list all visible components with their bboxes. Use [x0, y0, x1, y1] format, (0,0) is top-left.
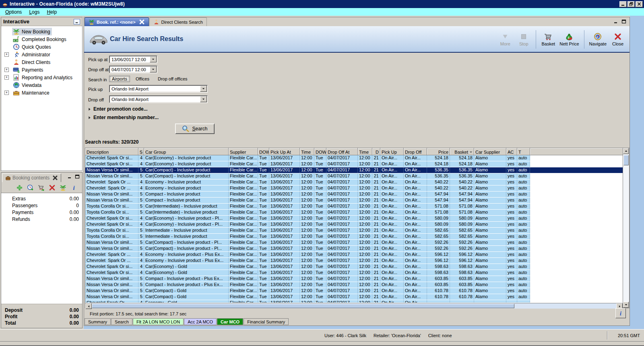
close-window-button[interactable]	[636, 1, 643, 7]
column-header-car-group[interactable]: Car Group	[144, 148, 229, 155]
column-header-d[interactable]: D	[372, 148, 380, 155]
expand-plus-icon[interactable]: +	[4, 68, 9, 72]
column-header-pick-up-at[interactable]: Pick Up At	[269, 148, 300, 155]
nett-price-button[interactable]: $Nett Price	[557, 29, 581, 50]
tab-financial-summary[interactable]: Financial Summary	[244, 318, 289, 325]
table-row[interactable]: Chevrolet Spark Or si...4Car(Economy) - …	[85, 270, 623, 276]
table-row[interactable]: Chevrolet Spark Or si...4Car(Economy) - …	[85, 264, 623, 270]
table-row[interactable]: Toyota Corolla Or si...5Intermediate - I…	[85, 228, 623, 234]
dropoff-dropdown-button[interactable]	[200, 96, 207, 102]
column-header-time[interactable]: Time	[358, 148, 372, 155]
table-row[interactable]: Chevrolet Spark Or ...4Economy - Inclusi…	[85, 252, 623, 258]
column-header-dow[interactable]: DOW	[314, 148, 326, 155]
search-in-airports[interactable]: Airports	[109, 76, 130, 82]
booking-row-refunds[interactable]: Refunds0.00	[1, 216, 82, 222]
main-panel-minimize-icon[interactable]	[613, 19, 618, 24]
tab-flt-2a-lon-mco-lon[interactable]: Flt 2A LON MCO LON	[133, 318, 184, 325]
column-header-car-supplier[interactable]: Car Supplier	[474, 148, 506, 155]
column-header-dow[interactable]: DOW	[258, 148, 269, 155]
table-row[interactable]: Nissan Versa Or simil...5Compact - Inclu…	[85, 192, 623, 198]
sidebar-item-quick-quotes[interactable]: Quick Quotes	[1, 43, 82, 51]
column-header-price[interactable]: Price	[427, 148, 450, 155]
tab-car-mco[interactable]: Car MCO	[217, 318, 243, 325]
table-row[interactable]: Nissan Versa Or simil...5Compact - Inclu…	[85, 198, 623, 204]
table-row[interactable]: Chevrolet Spark Or ...4Economy - Inclusi…	[85, 185, 623, 192]
expand-plus-icon[interactable]: +	[4, 91, 9, 95]
restore-button[interactable]	[627, 1, 635, 7]
promotion-code-expander[interactable]: Enter promotion code...	[88, 106, 148, 112]
table-row[interactable]: Nissan Versa Or simil...5Car(Compact) - …	[85, 240, 623, 246]
minimize-button[interactable]	[619, 1, 627, 7]
panel-minimize-icon[interactable]	[67, 175, 72, 179]
basket-button[interactable]: Basket	[539, 29, 557, 50]
table-row[interactable]: Chevrolet Spark Or si...4Car(Economy) - …	[85, 155, 623, 161]
tab-direct-clients-search[interactable]: Direct Clients Search	[149, 17, 207, 26]
column-header-description[interactable]: Description	[85, 148, 138, 155]
navigate-button[interactable]: Navigate	[587, 29, 609, 50]
info-icon[interactable]: i	[70, 184, 77, 191]
table-row[interactable]: Nissan Versa Or simil...5Car(Compact) - …	[85, 246, 623, 252]
panel-maximize-icon[interactable]	[75, 175, 80, 179]
pickup-field[interactable]: Orlando Intl Airport	[109, 85, 208, 93]
column-header-basket[interactable]: Basket	[450, 148, 474, 155]
horizontal-scrollbar[interactable]	[85, 303, 623, 309]
sidebar-item-direct-clients[interactable]: Direct Clients	[1, 58, 82, 66]
info-button[interactable]: i	[615, 308, 626, 318]
column-header-drop-off-at[interactable]: Drop Off At	[326, 148, 358, 155]
tab-booking-contents[interactable]: Booking contents	[2, 173, 61, 182]
sidebar-item-administrator[interactable]: +Administrator	[1, 51, 82, 58]
booking-row-passengers[interactable]: Passengers0	[1, 202, 82, 209]
table-row[interactable]: Nissan Versa Or simil...5Car(Compact) - …	[85, 173, 623, 179]
pickup-dropdown-button[interactable]	[200, 86, 207, 92]
column-header-time[interactable]: Time	[300, 148, 314, 155]
vertical-scroll-thumb[interactable]	[623, 155, 629, 165]
table-row[interactable]: Toyota Corolla Or si...5Intermediate - I…	[85, 234, 623, 240]
table-row[interactable]: Chevrolet Spark Or si...4Car(Economy) - …	[85, 222, 623, 228]
menu-logs[interactable]: Logs	[25, 9, 43, 15]
pickup-at-field[interactable]: 13/06/2017 12:00	[109, 56, 157, 63]
vertical-scrollbar[interactable]	[623, 148, 629, 308]
column-header-pick-up[interactable]: Pick Up	[380, 148, 404, 155]
table-row[interactable]: Chevrolet Spark Or ...4Economy - GoldFle…	[85, 300, 623, 303]
menu-options[interactable]: Options	[2, 9, 25, 15]
column-header-drop-off[interactable]: Drop Off	[404, 148, 427, 155]
expand-plus-icon[interactable]: +	[4, 52, 9, 57]
sidebar-item-payments[interactable]: +$Payments	[1, 66, 82, 74]
tab-search[interactable]: Search	[111, 318, 132, 325]
scroll-down-button[interactable]	[623, 302, 629, 308]
pickup-at-dropdown-button[interactable]	[150, 56, 157, 62]
tab-acc-2a-mco[interactable]: Acc 2A MCO	[184, 318, 217, 325]
quick-quote-icon[interactable]	[27, 184, 34, 191]
table-row[interactable]: Nissan Versa Or simil...5Car(Compact) - …	[85, 288, 623, 294]
column-header-s[interactable]: S	[138, 148, 144, 155]
sidebar-item-new-booking[interactable]: New Booking	[1, 28, 82, 35]
tab-close-icon[interactable]	[139, 19, 145, 25]
sidebar-item-maintenance[interactable]: +Maintenance	[1, 89, 82, 97]
sidebar-item-viewdata[interactable]: Viewdata	[1, 81, 82, 89]
table-row[interactable]: Chevrolet Spark Or ...4Economy - Inclusi…	[85, 258, 623, 264]
scroll-up-button[interactable]	[623, 148, 629, 154]
search-button[interactable]: Search	[175, 124, 215, 134]
table-row[interactable]: Chevrolet Spark Or si...4Car(Economy) - …	[85, 161, 623, 167]
tab-summary[interactable]: Summary	[85, 318, 111, 325]
collapse-panel-button[interactable]	[74, 19, 80, 25]
table-row[interactable]: Chevrolet Spark Or si...4Car(Economy) - …	[85, 216, 623, 222]
column-header-ac[interactable]: AC	[506, 148, 517, 155]
table-row[interactable]: Nissan Versa Or simil...5Car(Compact) - …	[85, 294, 623, 300]
expand-plus-icon[interactable]: +	[4, 75, 9, 80]
table-row[interactable]: Toyota Corolla Or si...5Car(Intermediate…	[85, 210, 623, 216]
add-item-icon[interactable]	[16, 184, 23, 191]
horizontal-scroll-thumb[interactable]	[92, 304, 514, 308]
dropoff-at-dropdown-button[interactable]	[150, 66, 157, 72]
search-in-offices[interactable]: Offices	[133, 76, 152, 82]
dropoff-field[interactable]: Orlando Intl Airport	[109, 95, 208, 103]
column-header-t[interactable]: T	[517, 148, 530, 155]
close-button[interactable]: Close	[609, 29, 627, 50]
booking-row-extras[interactable]: Extras0.00	[1, 195, 82, 202]
delete-icon[interactable]	[49, 184, 56, 191]
tab-book-ref-none[interactable]: Book. ref.: <none>	[85, 17, 149, 26]
sidebar-item-reporting-and-analytics[interactable]: +Reporting and Analytics	[1, 74, 82, 81]
main-panel-maximize-icon[interactable]	[621, 19, 626, 24]
membership-number-expander[interactable]: Enter membership number...	[88, 115, 159, 120]
table-row[interactable]: Nissan Versa Or simil...5Compact - Inclu…	[85, 276, 623, 282]
